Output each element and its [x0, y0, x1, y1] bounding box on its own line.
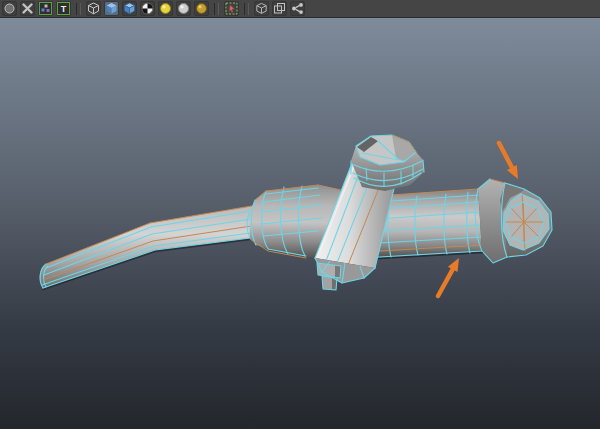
toolbar-separator	[244, 3, 249, 15]
app-window: T	[0, 0, 600, 429]
node-link-icon[interactable]	[290, 1, 305, 16]
all-lights-icon	[159, 2, 172, 15]
wireframe-cube-icon	[87, 2, 100, 15]
isolate-select-icon[interactable]	[254, 1, 269, 16]
flat-light-icon	[177, 2, 190, 15]
textured-cube-icon[interactable]	[122, 1, 137, 16]
toolbar-separator	[76, 3, 81, 15]
spout-tube	[39, 205, 258, 290]
xray-icon[interactable]	[272, 1, 287, 16]
texture-t-icon[interactable]: T	[56, 1, 71, 16]
shaded-cube-icon	[105, 2, 118, 15]
node-link-icon	[291, 2, 304, 15]
textured-light-icon	[195, 2, 208, 15]
textured-light-icon[interactable]	[194, 1, 209, 16]
model-scene	[0, 18, 600, 429]
isolate-select-icon	[255, 2, 268, 15]
wireframe-cube-icon[interactable]	[86, 1, 101, 16]
pixels-icon	[39, 2, 52, 15]
pixels-icon[interactable]	[38, 1, 53, 16]
circle-icon[interactable]	[2, 1, 17, 16]
select-tool-icon	[225, 2, 238, 15]
arrow-end-cap	[499, 143, 518, 179]
arrow-body-underside	[438, 258, 459, 296]
checker-sphere-icon[interactable]	[140, 1, 155, 16]
texture-t-glyph: T	[61, 4, 67, 14]
xray-icon	[273, 2, 286, 15]
texture-t-icon: T	[57, 2, 70, 15]
viewport-canvas[interactable]	[0, 18, 600, 429]
arrow-body-underside-shaft	[438, 269, 453, 296]
select-tool-icon[interactable]	[224, 1, 239, 16]
x-cross-icon	[21, 2, 34, 15]
cap-top	[351, 135, 424, 191]
circle-icon	[3, 2, 16, 15]
checker-sphere-icon	[141, 2, 154, 15]
all-lights-icon[interactable]	[158, 1, 173, 16]
toolbar-separator	[214, 3, 219, 15]
x-cross-icon[interactable]	[20, 1, 35, 16]
arrow-end-cap-shaft	[499, 143, 512, 168]
textured-cube-icon	[123, 2, 136, 15]
panel-toolbar: T	[0, 0, 600, 18]
flat-light-icon[interactable]	[176, 1, 191, 16]
shaded-cube-icon[interactable]	[104, 1, 119, 16]
